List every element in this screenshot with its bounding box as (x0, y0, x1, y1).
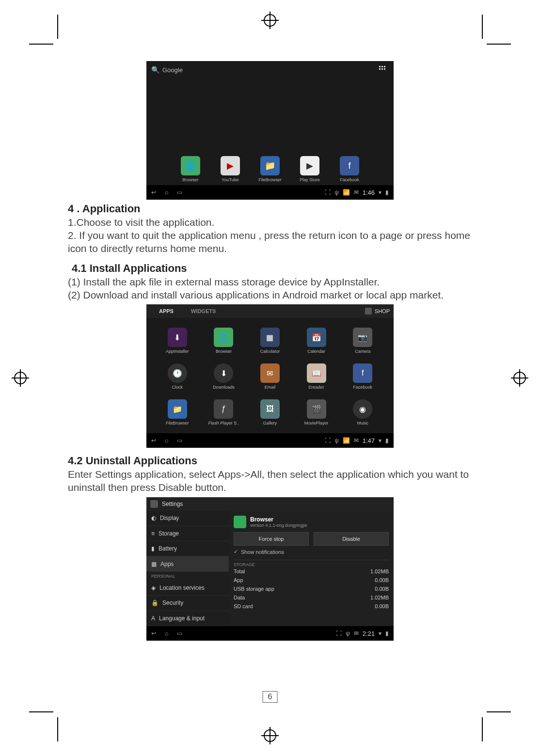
browser-app-icon (234, 516, 246, 528)
sidebar-item-security[interactable]: 🔒Security (146, 596, 229, 611)
wifi-icon: 📶 (343, 437, 350, 444)
shop-button[interactable]: SHOP (365, 308, 390, 315)
dock-app-facebook[interactable]: fFacebook (336, 156, 363, 182)
dock-app-browser[interactable]: 🌐Browser (177, 156, 204, 182)
clock-time: 1:47 (363, 437, 375, 444)
app-drawer-icon[interactable] (379, 66, 387, 74)
show-notifications-checkbox[interactable]: ✓ Show notifications (234, 546, 389, 558)
status-icon: ✉ (354, 189, 359, 196)
app-music[interactable]: ◉Music (339, 394, 386, 430)
storage-row-sdcard: SD card0.00B (234, 602, 389, 611)
dock-app-youtube[interactable]: ▶YouTube (217, 156, 244, 182)
settings-header: Settings (146, 497, 394, 511)
app-name: Browser (250, 516, 307, 523)
app-calendar[interactable]: 📅Calendar (293, 323, 340, 359)
home-icon[interactable]: ⌂ (165, 189, 168, 196)
battery-icon: ▮ (385, 189, 389, 196)
text-install-2: (2) Download and install various applica… (68, 289, 472, 302)
sidebar-item-battery[interactable]: ▮Battery (146, 541, 229, 556)
screenshot-settings-apps: Settings ◐Display ≡Storage ▮Battery ▦App… (146, 497, 394, 641)
app-camera[interactable]: 📷Camera (339, 323, 386, 359)
heading-install-apps: 4.1 Install Applications (68, 262, 472, 275)
text-install-1: (1) Install the apk file in external mas… (68, 276, 472, 289)
dock-app-playstore[interactable]: ▶Play Store (296, 156, 323, 182)
app-browser[interactable]: 🌐Browser (201, 323, 247, 359)
sidebar-item-storage[interactable]: ≡Storage (146, 526, 229, 541)
app-facebook[interactable]: fFacebook (339, 359, 386, 394)
expand-icon[interactable]: ⛶ (325, 437, 331, 444)
app-appinstaller[interactable]: ⬇AppInstaller (154, 323, 201, 359)
app-movieplayer[interactable]: 🎬MoviePlayer (293, 394, 340, 430)
system-nav-bar: ↩ ⌂ ▭ ⛶ ψ ✉ 2:21 ▾ ▮ (146, 626, 394, 641)
crop-mark-icon (482, 15, 483, 39)
app-ereader[interactable]: 📖Ereader (293, 359, 340, 394)
location-icon: ◈ (151, 584, 156, 591)
back-icon[interactable]: ↩ (151, 630, 156, 637)
lock-icon: 🔒 (151, 599, 159, 606)
home-icon[interactable]: ⌂ (165, 630, 168, 637)
wifi-strength-icon: ▾ (379, 437, 381, 444)
expand-icon[interactable]: ⛶ (325, 189, 331, 196)
home-icon[interactable]: ⌂ (165, 437, 168, 444)
clock-time: 1:46 (363, 189, 375, 196)
screenshot-home-screen: 🔍 Google 🌐Browser ▶YouTube 📁FileBrowser … (146, 61, 394, 200)
app-calculator[interactable]: ▦Calculator (247, 323, 293, 359)
app-version: version 4.1.1-eng.dongyingjie (250, 523, 307, 528)
tab-widgets[interactable]: WIDGETS (182, 308, 224, 314)
expand-icon[interactable]: ⛶ (336, 630, 342, 637)
sidebar-item-location[interactable]: ◈Location services (146, 581, 229, 596)
app-detail-panel: Browser version 4.1.1-eng.dongyingjie Fo… (229, 511, 394, 626)
clock-time: 2:21 (363, 630, 375, 637)
crop-mark-icon (57, 717, 58, 741)
battery-icon: ▮ (385, 630, 389, 637)
recent-apps-icon[interactable]: ▭ (177, 630, 182, 637)
search-icon: 🔍 (151, 66, 159, 74)
sidebar-item-display[interactable]: ◐Display (146, 511, 229, 526)
text-application-2: 2. If you want to quit the application m… (68, 229, 472, 255)
disable-button[interactable]: Disable (314, 532, 389, 546)
google-search-bar[interactable]: 🔍 Google (151, 66, 183, 74)
system-nav-bar: ↩ ⌂ ▭ ⛶ ψ 📶 ✉ 1:47 ▾ ▮ (146, 433, 394, 448)
drawer-tab-bar: APPS WIDGETS SHOP (146, 304, 394, 318)
app-filebrowser[interactable]: 📁FileBrowser (154, 394, 201, 430)
tab-apps[interactable]: APPS (150, 308, 182, 314)
registration-mark-bottom-icon (261, 727, 279, 744)
text-uninstall-1: Enter Settings application, select Apps-… (68, 468, 472, 494)
back-icon[interactable]: ↩ (151, 189, 156, 196)
app-gallery[interactable]: 🖼Gallery (247, 394, 293, 430)
wifi-icon: 📶 (343, 189, 350, 196)
status-icon: ✉ (354, 437, 359, 444)
crop-mark-icon (487, 44, 511, 45)
shop-icon (365, 308, 372, 315)
force-stop-button[interactable]: Force stop (234, 532, 309, 546)
storage-section-header: STORAGE (234, 560, 389, 567)
checkmark-icon: ✓ (234, 549, 238, 555)
registration-mark-top-icon (261, 12, 279, 29)
system-nav-bar: ↩ ⌂ ▭ ⛶ ψ 📶 ✉ 1:46 ▾ ▮ (146, 185, 394, 200)
crop-mark-icon (482, 717, 483, 741)
page-number: 6 (263, 691, 278, 703)
recent-apps-icon[interactable]: ▭ (177, 437, 182, 444)
search-label: Google (162, 66, 183, 74)
app-email[interactable]: ✉Email (247, 359, 293, 394)
app-downloads[interactable]: ⬇Downloads (201, 359, 247, 394)
app-flashplayer[interactable]: ƒFlash Player S.. (201, 394, 247, 430)
app-clock[interactable]: 🕐Clock (154, 359, 201, 394)
dock-row: 🌐Browser ▶YouTube 📁FileBrowser ▶Play Sto… (146, 156, 394, 182)
crop-mark-icon (487, 711, 511, 712)
settings-sidebar: ◐Display ≡Storage ▮Battery ▦Apps PERSONA… (146, 511, 229, 626)
crop-mark-icon (57, 15, 58, 39)
sidebar-item-apps[interactable]: ▦Apps (146, 556, 229, 571)
battery-icon: ▮ (385, 437, 389, 444)
storage-row-data: Data1.02MB (234, 593, 389, 602)
back-icon[interactable]: ↩ (151, 437, 156, 444)
usb-icon: ψ (334, 437, 339, 444)
battery-icon: ▮ (151, 545, 155, 552)
dock-app-filebrowser[interactable]: 📁FileBrowser (256, 156, 284, 182)
registration-mark-right-icon (511, 369, 528, 387)
app-grid: ⬇AppInstaller 🌐Browser ▦Calculator 📅Cale… (154, 323, 386, 430)
screenshot-app-drawer: APPS WIDGETS SHOP ⬇AppInstaller 🌐Browser… (146, 304, 394, 448)
settings-title: Settings (162, 501, 183, 507)
recent-apps-icon[interactable]: ▭ (177, 189, 182, 196)
sidebar-item-language[interactable]: ALanguage & input (146, 611, 229, 626)
